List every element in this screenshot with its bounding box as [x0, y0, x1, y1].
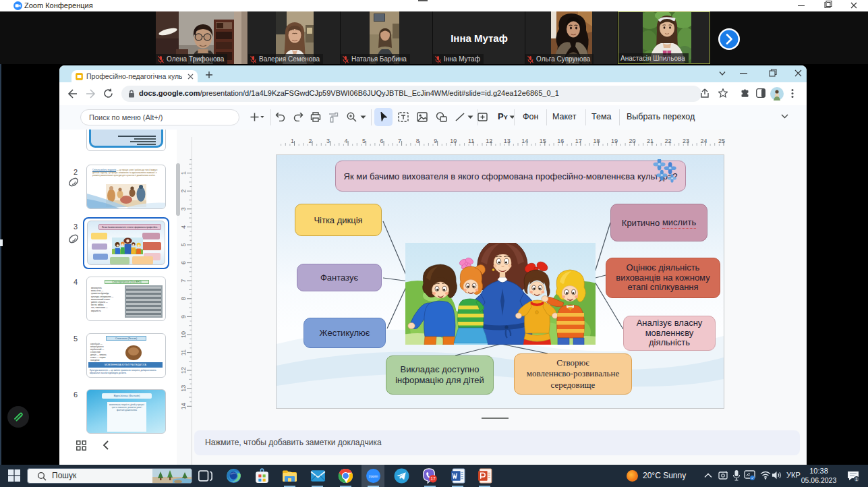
svg-text:7: 7 — [181, 279, 187, 283]
svg-text:12: 12 — [181, 367, 187, 374]
svg-text:5: 5 — [181, 243, 187, 246]
svg-text:21: 21 — [647, 138, 654, 144]
svg-text:17: 17 — [575, 138, 582, 144]
svg-text:13: 13 — [181, 385, 187, 392]
svg-text:9: 9 — [434, 138, 437, 144]
svg-text:16: 16 — [557, 138, 564, 144]
svg-text:6: 6 — [380, 138, 384, 144]
svg-text:4: 4 — [181, 225, 187, 229]
svg-text:2: 2 — [181, 190, 187, 193]
svg-text:zoom: zoom — [369, 474, 378, 478]
svg-text:14: 14 — [181, 403, 187, 409]
svg-text:18: 18 — [593, 138, 600, 144]
svg-text:23: 23 — [683, 138, 689, 144]
svg-text:6: 6 — [181, 261, 187, 264]
svg-text:15: 15 — [540, 138, 546, 144]
svg-text:1: 1 — [181, 171, 187, 175]
svg-text:8: 8 — [181, 297, 187, 300]
svg-text:2: 2 — [308, 138, 312, 144]
svg-text:7: 7 — [398, 138, 401, 144]
svg-text:19: 19 — [611, 138, 618, 144]
svg-text:17: 17 — [430, 476, 436, 481]
svg-text:12: 12 — [486, 138, 492, 144]
svg-text:10: 10 — [450, 138, 457, 144]
svg-text:11: 11 — [468, 138, 474, 144]
svg-text:3: 3 — [326, 138, 330, 144]
svg-text:5: 5 — [362, 138, 366, 144]
svg-text:1: 1 — [291, 138, 294, 144]
svg-text:4: 4 — [345, 138, 348, 144]
svg-text:1: 1 — [855, 477, 858, 482]
svg-text:8: 8 — [416, 138, 419, 144]
svg-text:24: 24 — [700, 138, 707, 144]
svg-text:13: 13 — [504, 138, 511, 144]
svg-text:9: 9 — [181, 315, 187, 318]
svg-text:3: 3 — [181, 207, 187, 210]
svg-text:10: 10 — [181, 331, 187, 338]
svg-text:22: 22 — [664, 138, 671, 144]
svg-text:11: 11 — [181, 349, 187, 355]
svg-text:14: 14 — [521, 138, 528, 144]
svg-text:20: 20 — [629, 138, 635, 144]
svg-text:25: 25 — [718, 138, 725, 144]
